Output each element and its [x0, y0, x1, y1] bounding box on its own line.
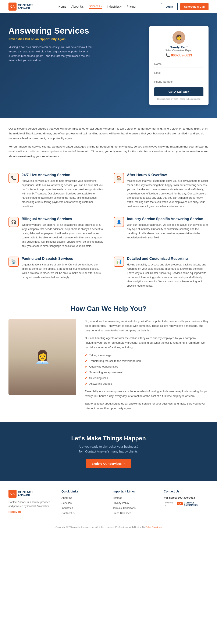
reporting-icon: 📊: [114, 256, 124, 267]
phone-input[interactable]: [154, 78, 203, 85]
nav-services[interactable]: Services ▾: [89, 4, 102, 9]
contact-card: 👩 Sandy Reiff Sales Consultant Expert 📞 …: [149, 26, 208, 105]
help-content: So, what does the answering service do f…: [85, 319, 208, 414]
consultant-role: Sales Consultant Expert: [154, 49, 203, 52]
name-input[interactable]: [154, 61, 203, 68]
list-item: Contact Us: [61, 511, 106, 515]
footer-brand-desc: Contact Answer is a service provided and…: [9, 500, 55, 508]
intro-text-section: Our answering service ensures that you w…: [0, 118, 217, 171]
login-button[interactable]: Login: [161, 3, 178, 10]
list-item: Terms & Conditions: [113, 506, 157, 510]
paging-icon: 📡: [9, 256, 19, 267]
ca-badge: CA: [177, 502, 183, 505]
footer-powered-by: Powered by CA CONTACT AUTOMATION: [164, 501, 208, 506]
form-disclaimer: By submitting my data I agree to be cont…: [154, 98, 203, 100]
list-item: About Us: [61, 496, 106, 500]
footer-important-links: Important Links Sitemap Privacy Policy T…: [113, 490, 157, 516]
hero-section: Answering Services Never Miss Out on an …: [0, 13, 217, 118]
list-item: Privacy Policy: [113, 501, 157, 504]
service-industry-content: Industry Service Specific Answering Serv…: [127, 217, 208, 248]
service-live-answering: 📞 24/7 Live Answering Service Answering …: [9, 173, 103, 208]
after-hours-title: After Hours & Overflow: [127, 173, 208, 177]
intro-paragraph-2: For our answering service clients, we ha…: [9, 144, 208, 159]
help-list: ✔Taking a message ✔Transferring the call…: [85, 353, 208, 386]
nav-about[interactable]: About Us: [71, 5, 84, 8]
hero-content: Answering Services Never Miss Out on an …: [9, 26, 141, 62]
hero-description: Missing a call as a business can be cost…: [9, 45, 97, 62]
live-answering-icon: 📞: [9, 173, 19, 183]
nav-pricing[interactable]: Pricing: [127, 5, 136, 8]
footer-logo: CA CONTACT ANSWER: [9, 490, 55, 498]
nav-links: Home About Us Services ▾ Industries ▾ Pr…: [58, 4, 136, 9]
footer-industries-link[interactable]: Industries: [61, 506, 73, 510]
service-after-hours: 🏠 After Hours & Overflow Making sure tha…: [114, 173, 208, 208]
footer-press-link[interactable]: Press Releases: [113, 512, 131, 515]
navigation: CA CONTACT ANSWER Home About Us Services…: [0, 0, 217, 13]
check-icon: ✔: [85, 364, 87, 368]
check-icon: ✔: [85, 353, 87, 357]
services-grid: 📞 24/7 Live Answering Service Answering …: [9, 173, 208, 288]
footer-pulse-link[interactable]: Pulse Solutions: [146, 526, 162, 528]
footer-contact-col: Contact Us For Sales: 800-309-0613 Power…: [164, 490, 208, 516]
service-bilingual-content: Bilingual Answering Services Whether you…: [22, 217, 103, 248]
bilingual-title: Bilingual Answering Services: [22, 217, 103, 221]
nav-home[interactable]: Home: [58, 5, 66, 8]
footer-read-more[interactable]: Read More: [9, 510, 21, 514]
paging-desc: Urgent situations can arise at any time.…: [22, 262, 103, 280]
footer-top: CA CONTACT ANSWER Contact Answer is a se…: [9, 490, 208, 516]
hero-subtitle: Never Miss Out on an Opportunity Again: [9, 38, 141, 41]
industry-desc: With our "boutique" approach, we are abl…: [127, 223, 208, 240]
footer-copyright: Copyright © 2024 contactanswer.com. All …: [56, 526, 145, 528]
important-links-title: Important Links: [113, 490, 157, 493]
after-hours-icon: 🏠: [114, 173, 124, 183]
bilingual-desc: Whether you are just starting, or an est…: [22, 223, 103, 248]
email-input[interactable]: [154, 70, 203, 76]
reporting-desc: Having the ability to access and view pr…: [127, 262, 208, 288]
help-layout: 👩‍💼 So, what does the answering service …: [9, 319, 208, 414]
footer-brand: CA CONTACT ANSWER Contact Answer is a se…: [9, 490, 55, 516]
schedule-button[interactable]: Schedule A Call: [180, 3, 208, 10]
after-hours-desc: Making sure that your customers know you…: [127, 179, 208, 208]
cta-title: Let's Make Things Happen: [9, 435, 208, 442]
industry-icon: 👤: [114, 217, 124, 227]
paging-title: Paging and Dispatch Services: [22, 256, 103, 261]
callback-button[interactable]: Get A Callback: [154, 87, 203, 96]
list-item: ✔Scheduling an appointment: [85, 370, 208, 374]
logo-icon: CA: [9, 2, 17, 10]
nav-industries[interactable]: Industries ▾: [107, 5, 122, 8]
list-item: ✔Transferring the call to the relevant p…: [85, 359, 208, 363]
quick-links-title: Quick Links: [61, 490, 106, 493]
help-section: How Can We Help You? 👩‍💼 So, what does t…: [0, 296, 217, 422]
explore-button[interactable]: Explore Our Services →: [86, 459, 131, 468]
check-icon: ✔: [85, 359, 87, 363]
cta-subtitle2: Join Contact Answer's many happy clients…: [9, 450, 208, 453]
list-item: Sitemap: [113, 496, 157, 500]
list-item: ✔Qualifying opportunities: [85, 364, 208, 368]
industries-dropdown-arrow: ▾: [120, 6, 122, 8]
footer-sales-phone: For Sales: 800-309-0613: [164, 496, 208, 499]
consultant-name: Sandy Reiff: [154, 46, 203, 49]
live-answering-desc: Answering services are used to help stre…: [22, 179, 103, 208]
service-industry-specific: 👤 Industry Service Specific Answering Se…: [114, 217, 208, 248]
footer-terms-link[interactable]: Terms & Conditions: [113, 506, 135, 510]
phone-icon: 📞: [166, 53, 170, 57]
help-paragraph-1: So, what does the answering service do f…: [85, 319, 208, 333]
list-item: ✔Answering queries: [85, 382, 208, 386]
list-item: ✔Screening calls: [85, 376, 208, 380]
service-after-hours-content: After Hours & Overflow Making sure that …: [127, 173, 208, 208]
cta-section: Let's Make Things Happen Are you ready t…: [0, 422, 217, 481]
footer-services-link[interactable]: Services: [61, 502, 72, 504]
footer-sitemap-link[interactable]: Sitemap: [113, 496, 122, 500]
footer: CA CONTACT ANSWER Contact Answer is a se…: [0, 481, 217, 532]
consultant-phone: 📞 800-309-0613: [154, 53, 203, 57]
quick-links-list: About Us Services Industries Contact Us: [61, 496, 106, 515]
footer-about-link[interactable]: About Us: [61, 496, 72, 500]
footer-privacy-link[interactable]: Privacy Policy: [113, 502, 129, 504]
service-paging: 📡 Paging and Dispatch Services Urgent si…: [9, 256, 103, 288]
list-item: ✔Taking a message: [85, 353, 208, 357]
logo[interactable]: CA CONTACT ANSWER: [9, 2, 33, 10]
check-icon: ✔: [85, 382, 87, 386]
footer-contact-link[interactable]: Contact Us: [61, 512, 75, 515]
check-icon: ✔: [85, 370, 87, 374]
service-reporting: 📊 Detailed and Customized Reporting Havi…: [114, 256, 208, 288]
